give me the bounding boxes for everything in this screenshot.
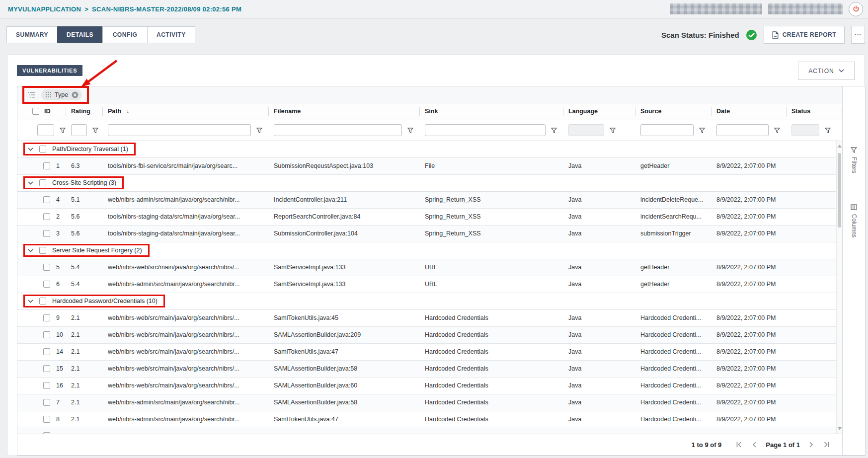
last-page-button[interactable] bbox=[822, 442, 829, 448]
row-select-checkbox[interactable] bbox=[43, 230, 50, 237]
filter-funnel-icon[interactable] bbox=[60, 128, 66, 133]
group-chip-type[interactable]: Type bbox=[41, 89, 82, 100]
column-header-date[interactable]: Date bbox=[711, 103, 787, 120]
tab-summary[interactable]: SUMMARY bbox=[6, 26, 58, 43]
action-dropdown-button[interactable]: ACTION bbox=[798, 62, 855, 80]
vulnerability-row[interactable]: 55.4web/nibrs-web/src/main/java/org/sear… bbox=[17, 259, 842, 276]
row-select-checkbox[interactable] bbox=[43, 162, 50, 169]
filter-funnel-icon[interactable] bbox=[92, 128, 98, 133]
vulnerability-row[interactable]: 102.1web/nibrs-web/src/main/java/org/sea… bbox=[17, 327, 842, 344]
create-report-label: CREATE REPORT bbox=[783, 31, 836, 38]
breadcrumb-scan-link[interactable]: SCAN-NIBRS-MASTER-2022/08/09 02:02:56 PM bbox=[92, 5, 241, 13]
annotation-box-group: Server Side Request Forgery (2) bbox=[23, 244, 150, 257]
group-row-cross-site-scripting[interactable]: Cross-Site Scripting (3) bbox=[17, 175, 842, 192]
filter-input-path[interactable] bbox=[108, 124, 251, 136]
filter-funnel-icon[interactable] bbox=[610, 128, 616, 133]
group-expand-chevron-icon[interactable] bbox=[28, 300, 33, 303]
first-page-button[interactable] bbox=[736, 442, 743, 448]
vertical-scrollbar[interactable] bbox=[836, 141, 842, 434]
select-all-checkbox[interactable] bbox=[32, 108, 39, 115]
vulnerability-row[interactable]: 162.1web/nibrs-web/src/main/java/org/sea… bbox=[17, 378, 842, 394]
scrollbar-thumb[interactable] bbox=[838, 153, 841, 228]
row-select-checkbox[interactable] bbox=[43, 331, 50, 338]
vulnerability-row[interactable]: 72.1web/nibrs-admin/src/main/java/org/se… bbox=[17, 394, 842, 411]
column-header-source[interactable]: Source bbox=[635, 103, 711, 120]
tab-activity[interactable]: ACTIVITY bbox=[147, 26, 195, 43]
filter-input-source[interactable] bbox=[640, 124, 694, 136]
filter-input-language[interactable] bbox=[568, 124, 604, 136]
group-select-checkbox[interactable] bbox=[39, 298, 46, 305]
group-row-path-directory-traversal[interactable]: Path/Directory Traversal (1) bbox=[17, 141, 842, 158]
row-select-checkbox[interactable] bbox=[43, 213, 50, 220]
cell-id: 6 bbox=[17, 281, 66, 288]
group-row-hardcoded-password-credentials[interactable]: Hardcoded Password/Credentials (10) bbox=[17, 293, 842, 310]
filter-input-sink[interactable] bbox=[425, 124, 546, 136]
filter-input-date[interactable] bbox=[716, 124, 769, 136]
group-row-server-side-request-forgery[interactable]: Server Side Request Forgery (2) bbox=[17, 242, 842, 259]
partially-visible-row[interactable] bbox=[17, 428, 842, 434]
filter-input-status[interactable] bbox=[791, 124, 819, 136]
cell-date: 8/9/2022, 2:07:00 PM bbox=[711, 416, 787, 423]
column-header-status[interactable]: Status bbox=[787, 103, 842, 120]
vulnerability-row[interactable]: 152.1web/nibrs-web/src/main/java/org/sea… bbox=[17, 361, 842, 378]
side-rail-filters-tab[interactable]: Filters bbox=[851, 147, 858, 173]
vulnerability-row[interactable]: 65.4web/nibrs-admin/src/main/java/org/se… bbox=[17, 276, 842, 293]
row-select-checkbox[interactable] bbox=[43, 399, 50, 406]
filter-funnel-icon[interactable] bbox=[407, 128, 413, 133]
column-header-sink[interactable]: Sink bbox=[420, 103, 563, 120]
group-select-checkbox[interactable] bbox=[39, 247, 46, 254]
column-header-path[interactable]: Path↓ bbox=[103, 103, 269, 120]
previous-page-button[interactable] bbox=[752, 442, 757, 448]
row-select-checkbox[interactable] bbox=[43, 348, 50, 355]
row-select-checkbox[interactable] bbox=[43, 365, 50, 372]
filter-input-rating[interactable] bbox=[71, 124, 87, 136]
group-expand-chevron-icon[interactable] bbox=[28, 249, 33, 252]
cell-source: Hardcoded Credenti... bbox=[635, 416, 711, 423]
vulnerability-row[interactable]: 16.3tools/nibrs-fbi-service/src/main/jav… bbox=[17, 158, 842, 175]
filter-funnel-icon[interactable] bbox=[699, 128, 705, 133]
row-select-checkbox[interactable] bbox=[43, 432, 50, 434]
filter-funnel-icon[interactable] bbox=[825, 128, 831, 133]
breadcrumb-app-link[interactable]: MYVULNAPPLICATION bbox=[8, 5, 81, 13]
filter-input-filename[interactable] bbox=[274, 124, 402, 136]
group-expand-chevron-icon[interactable] bbox=[28, 181, 33, 185]
side-rail-columns-tab[interactable]: Columns bbox=[851, 204, 858, 237]
more-actions-button[interactable]: ... bbox=[851, 26, 865, 44]
group-select-checkbox[interactable] bbox=[39, 179, 46, 186]
remove-group-icon[interactable] bbox=[72, 91, 79, 98]
vulnerability-row[interactable]: 45.1web/nibrs-admin/src/main/java/org/se… bbox=[17, 192, 842, 209]
filter-funnel-icon[interactable] bbox=[774, 128, 780, 133]
scroll-down-arrow[interactable] bbox=[838, 427, 842, 430]
row-select-checkbox[interactable] bbox=[43, 264, 50, 271]
filter-funnel-icon[interactable] bbox=[256, 128, 262, 133]
vulnerability-row[interactable]: 92.1web/nibrs-web/src/main/java/org/sear… bbox=[17, 310, 842, 327]
scroll-up-arrow[interactable] bbox=[838, 145, 842, 148]
cell-date: 8/9/2022, 2:07:00 PM bbox=[711, 162, 787, 169]
cell-id: 7 bbox=[17, 399, 66, 406]
logout-button[interactable] bbox=[849, 2, 863, 16]
column-header-rating[interactable]: Rating bbox=[66, 103, 103, 120]
tab-config[interactable]: CONFIG bbox=[102, 26, 148, 43]
row-select-checkbox[interactable] bbox=[43, 314, 50, 321]
filter-cell-id bbox=[17, 124, 66, 136]
next-page-button[interactable] bbox=[809, 442, 813, 448]
filter-funnel-icon[interactable] bbox=[551, 128, 557, 133]
cell-sink: Hardcoded Credentials bbox=[420, 348, 563, 355]
row-select-checkbox[interactable] bbox=[43, 382, 50, 389]
row-select-checkbox[interactable] bbox=[43, 281, 50, 288]
row-select-checkbox[interactable] bbox=[43, 416, 50, 423]
cell-sink: Spring_Return_XSS bbox=[420, 230, 563, 237]
vulnerability-row[interactable]: 142.1web/nibrs-web/src/main/java/org/sea… bbox=[17, 344, 842, 361]
vulnerability-row[interactable]: 82.1web/nibrs-admin/src/main/java/org/se… bbox=[17, 411, 842, 428]
column-header-id[interactable]: ID bbox=[17, 103, 66, 120]
filter-input-id[interactable] bbox=[37, 124, 54, 136]
group-select-checkbox[interactable] bbox=[39, 146, 46, 153]
tab-details[interactable]: DETAILS bbox=[57, 26, 103, 43]
column-header-filename[interactable]: Filename bbox=[269, 103, 420, 120]
group-expand-chevron-icon[interactable] bbox=[28, 148, 33, 151]
row-select-checkbox[interactable] bbox=[43, 196, 50, 203]
column-header-language[interactable]: Language bbox=[563, 103, 635, 120]
create-report-button[interactable]: CREATE REPORT bbox=[764, 26, 845, 44]
vulnerability-row[interactable]: 35.6tools/nibrs-staging-data/src/main/ja… bbox=[17, 226, 842, 242]
vulnerability-row[interactable]: 25.6tools/nibrs-staging-data/src/main/ja… bbox=[17, 209, 842, 226]
